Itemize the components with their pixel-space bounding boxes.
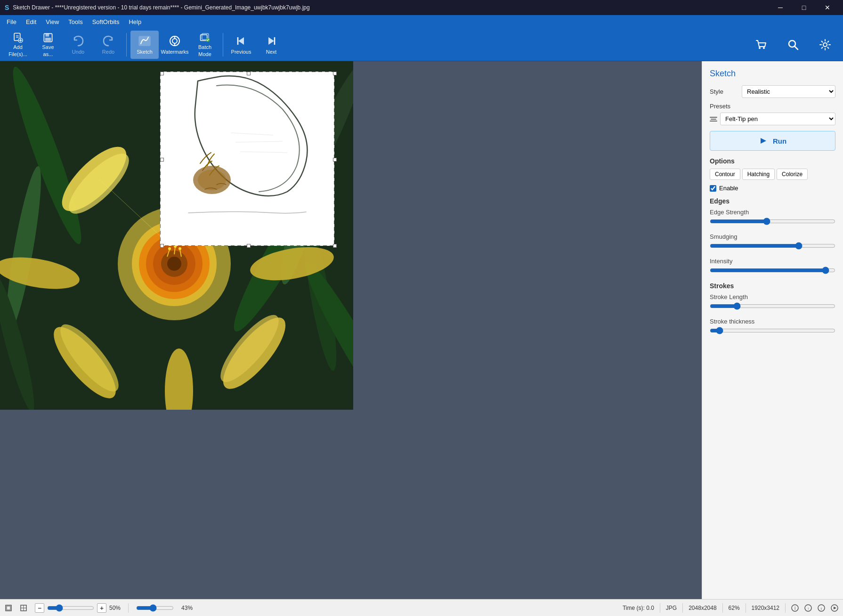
canvas-area[interactable] bbox=[0, 61, 702, 599]
save-button[interactable]: Save as... bbox=[34, 31, 62, 59]
selection-handle-bm[interactable] bbox=[247, 244, 251, 248]
previous-label: Previous bbox=[231, 49, 251, 55]
selection-handle-ml[interactable] bbox=[160, 158, 164, 162]
svg-point-22 bbox=[763, 47, 765, 49]
save-label: Save bbox=[42, 44, 54, 50]
style-select[interactable]: Realistic Cartoon Pencil Watercolor bbox=[742, 85, 835, 98]
svg-text:t: t bbox=[821, 607, 822, 610]
frame-icon bbox=[20, 604, 27, 612]
next-icon bbox=[265, 34, 278, 48]
window-title: Sketch Drawer - ****Unregistered version… bbox=[13, 4, 309, 11]
zoom-value: 50% bbox=[109, 605, 121, 611]
statusbar-right: Time (s): 0.0 JPG 2048x2048 62% 1920x341… bbox=[623, 603, 838, 613]
redo-icon bbox=[102, 34, 115, 48]
smudging-section: Smudging bbox=[710, 233, 835, 251]
settings-icon bbox=[819, 38, 832, 51]
watermarks-button[interactable]: Watermarks bbox=[161, 31, 189, 59]
status-separator bbox=[128, 603, 129, 613]
svg-rect-7 bbox=[46, 33, 49, 36]
stroke-thickness-slider[interactable] bbox=[710, 327, 835, 334]
search-button[interactable] bbox=[779, 31, 807, 59]
smudging-label: Smudging bbox=[710, 233, 835, 240]
zoom-slider[interactable] bbox=[47, 604, 94, 612]
titlebar-left: S Sketch Drawer - ****Unregistered versi… bbox=[5, 4, 310, 11]
svg-line-24 bbox=[794, 46, 798, 49]
selection-handle-tr[interactable] bbox=[333, 72, 337, 75]
sketch-canvas bbox=[160, 72, 334, 246]
redo-label: Redo bbox=[102, 49, 114, 55]
redo-button[interactable]: Redo bbox=[94, 31, 122, 59]
maximize-button[interactable]: □ bbox=[793, 0, 815, 15]
batch-label: Batch bbox=[198, 44, 211, 50]
scroll-slider[interactable] bbox=[136, 604, 174, 612]
tab-colorize[interactable]: Colorize bbox=[777, 169, 808, 180]
selection-handle-br[interactable] bbox=[333, 244, 337, 248]
format-label: JPG bbox=[666, 605, 677, 611]
sketch-button[interactable]: Sketch bbox=[130, 31, 159, 59]
svg-text:↑: ↑ bbox=[807, 607, 809, 611]
strokes-title: Strokes bbox=[710, 282, 835, 290]
menu-softorbits[interactable]: SoftOrbits bbox=[88, 16, 124, 27]
presets-label: Presets bbox=[710, 103, 835, 110]
stroke-length-label: Stroke Length bbox=[710, 293, 835, 300]
batch-mode-button[interactable]: Batch Mode bbox=[191, 31, 219, 59]
undo-button[interactable]: Undo bbox=[64, 31, 92, 59]
enable-checkbox[interactable] bbox=[710, 185, 716, 192]
add-file-button[interactable]: Add File(s)... bbox=[4, 31, 32, 59]
panel-title: Sketch bbox=[710, 69, 835, 79]
style-label: Style bbox=[710, 88, 738, 95]
svg-marker-83 bbox=[834, 607, 836, 609]
settings-button[interactable] bbox=[811, 31, 839, 59]
selection-handle-tm[interactable] bbox=[247, 72, 251, 75]
presets-select[interactable]: Felt-Tip pen Pencil Charcoal Ballpoint bbox=[720, 113, 835, 125]
scroll-value: 43% bbox=[181, 605, 193, 611]
next-button[interactable]: Next bbox=[257, 31, 285, 59]
sketch-label: Sketch bbox=[137, 49, 153, 55]
toolbar-separator-1 bbox=[126, 33, 127, 57]
svg-rect-72 bbox=[7, 606, 10, 610]
smudging-slider[interactable] bbox=[710, 242, 835, 250]
menu-help[interactable]: Help bbox=[124, 16, 146, 27]
run-button[interactable]: Run bbox=[710, 131, 835, 151]
tab-hatching[interactable]: Hatching bbox=[742, 169, 775, 180]
minimize-button[interactable]: ─ bbox=[770, 0, 791, 15]
cart-button[interactable] bbox=[747, 31, 775, 59]
enable-row: Enable bbox=[710, 185, 835, 192]
selection-handle-mr[interactable] bbox=[333, 158, 337, 162]
svg-point-54 bbox=[167, 257, 181, 271]
twitter-icon: t bbox=[818, 604, 825, 612]
status-sep-6 bbox=[785, 603, 786, 613]
edge-strength-slider[interactable] bbox=[710, 218, 835, 225]
selection-handle-tl[interactable] bbox=[160, 72, 164, 75]
share-icon: ↑ bbox=[804, 604, 812, 612]
dimensions-label: 2048x2048 bbox=[689, 605, 716, 611]
zoom-out-button[interactable]: − bbox=[35, 603, 44, 613]
stroke-length-slider[interactable] bbox=[710, 302, 835, 310]
right-panel: Sketch Style Realistic Cartoon Pencil Wa… bbox=[702, 61, 843, 599]
presets-row: Felt-Tip pen Pencil Charcoal Ballpoint bbox=[710, 113, 835, 125]
search-icon bbox=[786, 38, 800, 51]
toolbar: Add File(s)... Save as... Undo Redo bbox=[0, 28, 843, 61]
status-sep-4 bbox=[722, 603, 723, 613]
run-label: Run bbox=[773, 137, 786, 145]
zoom-in-button[interactable]: + bbox=[97, 603, 106, 613]
svg-point-58 bbox=[168, 247, 171, 250]
menu-edit[interactable]: Edit bbox=[21, 16, 41, 27]
batch-label2: Mode bbox=[198, 51, 211, 57]
menu-tools[interactable]: Tools bbox=[64, 16, 87, 27]
tab-contour[interactable]: Contour bbox=[710, 169, 740, 180]
zoom-controls: − + 50% bbox=[35, 603, 121, 613]
svg-rect-8 bbox=[45, 38, 51, 41]
menu-file[interactable]: File bbox=[2, 16, 21, 27]
menu-view[interactable]: View bbox=[41, 16, 64, 27]
watermarks-icon bbox=[168, 34, 181, 48]
svg-point-21 bbox=[759, 47, 761, 49]
svg-point-66 bbox=[198, 170, 226, 190]
close-button[interactable]: ✕ bbox=[817, 0, 838, 15]
selection-handle-bl[interactable] bbox=[160, 244, 164, 248]
edge-strength-label: Edge Strength bbox=[710, 209, 835, 216]
stroke-thickness-section: Stroke thickness bbox=[710, 318, 835, 336]
intensity-slider[interactable] bbox=[710, 267, 835, 274]
run-arrow-icon bbox=[759, 136, 768, 146]
previous-button[interactable]: Previous bbox=[227, 31, 255, 59]
